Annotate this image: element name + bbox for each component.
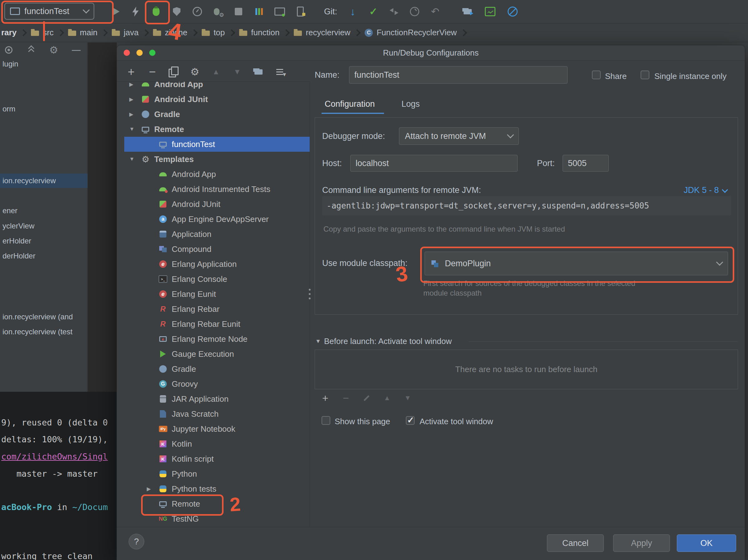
blocked-icon[interactable] bbox=[507, 6, 518, 17]
stats-icon[interactable] bbox=[485, 6, 496, 17]
tree-item[interactable]: Groovy bbox=[124, 376, 310, 392]
breadcrumb-item[interactable]: function bbox=[239, 28, 279, 38]
host-input[interactable] bbox=[350, 155, 518, 172]
tab-configuration[interactable]: Configuration bbox=[325, 99, 375, 109]
expand-arrow-icon[interactable] bbox=[129, 82, 136, 88]
args-field[interactable]: -agentlib:jdwp=transport=dt_socket,serve… bbox=[322, 196, 731, 215]
expand-arrow-icon[interactable] bbox=[129, 156, 136, 162]
screenshot-icon[interactable] bbox=[274, 6, 285, 17]
breadcrumb-item[interactable]: src bbox=[31, 28, 54, 38]
copy-configuration-button[interactable] bbox=[167, 66, 180, 78]
single-instance-checkbox[interactable] bbox=[640, 71, 649, 79]
breadcrumb-item[interactable]: top bbox=[202, 28, 225, 38]
rollback-icon[interactable] bbox=[429, 6, 441, 17]
tree-item[interactable]: Application bbox=[124, 227, 310, 241]
tree-item[interactable]: Gauge Execution bbox=[124, 347, 310, 361]
tree-item[interactable]: Gradle bbox=[124, 361, 310, 376]
tree-item[interactable]: Kotlin bbox=[124, 436, 310, 451]
tree-item[interactable]: Java Scratch bbox=[124, 406, 310, 421]
tree-item[interactable]: Android JUnit bbox=[124, 197, 310, 212]
dialog-titlebar[interactable]: Run/Debug Configurations bbox=[117, 45, 745, 61]
show-this-page-checkbox[interactable] bbox=[322, 416, 330, 425]
profiler-icon[interactable] bbox=[192, 6, 203, 17]
tree-item[interactable]: Android App bbox=[124, 82, 310, 92]
tab-logs[interactable]: Logs bbox=[401, 99, 420, 109]
tree-item[interactable]: Erlang Eunit bbox=[124, 286, 310, 302]
zoom-button[interactable] bbox=[149, 50, 156, 56]
project-item[interactable]: ener bbox=[2, 204, 18, 218]
move-down-button[interactable] bbox=[231, 66, 243, 78]
jdk-version-selector[interactable]: JDK 5 - 8 bbox=[684, 185, 727, 195]
tree-item[interactable]: Gradle bbox=[124, 107, 310, 122]
merge-icon[interactable] bbox=[388, 6, 400, 17]
stop-icon[interactable] bbox=[233, 6, 244, 17]
device-manager-icon[interactable] bbox=[295, 6, 306, 17]
project-item[interactable]: yclerView bbox=[2, 219, 34, 233]
tree-item[interactable]: Remote bbox=[124, 496, 310, 511]
tree-item[interactable]: Erlang Application bbox=[124, 257, 310, 272]
create-folder-button[interactable] bbox=[252, 66, 265, 78]
task-down-button[interactable] bbox=[402, 392, 413, 404]
tree-item[interactable]: Kotlin script bbox=[124, 451, 310, 466]
ok-button[interactable]: OK bbox=[677, 534, 736, 552]
tree-item[interactable]: Remote bbox=[124, 122, 310, 137]
tree-item[interactable]: JAR Application bbox=[124, 392, 310, 406]
tree-item[interactable]: Erlang Remote Node bbox=[124, 331, 310, 347]
panel-splitter[interactable] bbox=[310, 82, 310, 527]
remove-configuration-button[interactable] bbox=[146, 66, 159, 78]
tree-item[interactable]: Erlang Rebar bbox=[124, 302, 310, 317]
breadcrumb-item[interactable]: recyclerview bbox=[294, 28, 350, 38]
run-play-icon[interactable] bbox=[109, 6, 120, 17]
breadcrumb-item[interactable]: ziliche bbox=[153, 28, 187, 38]
project-item[interactable]: derHolder bbox=[2, 249, 35, 263]
tree-item[interactable]: Compound bbox=[124, 241, 310, 257]
add-configuration-button[interactable] bbox=[125, 66, 137, 78]
expand-arrow-icon[interactable] bbox=[147, 486, 154, 492]
breadcrumb-item[interactable]: rary bbox=[1, 28, 17, 38]
tree-item[interactable]: Android JUnit bbox=[124, 92, 310, 107]
expand-arrow-icon[interactable] bbox=[129, 111, 136, 118]
edit-task-button[interactable] bbox=[361, 392, 372, 404]
attach-debugger-icon[interactable] bbox=[212, 6, 224, 17]
update-project-icon[interactable] bbox=[347, 6, 358, 17]
commit-icon[interactable] bbox=[368, 6, 379, 17]
project-item[interactable]: ion.recyclerview (and bbox=[2, 310, 73, 324]
tree-item[interactable]: Erlang Console bbox=[124, 272, 310, 286]
close-button[interactable] bbox=[124, 50, 130, 56]
tree-item[interactable]: Jupyter Notebook bbox=[124, 421, 310, 436]
move-to-icon[interactable] bbox=[462, 6, 473, 17]
move-up-button[interactable] bbox=[210, 66, 222, 78]
tree-item[interactable]: Python tests bbox=[124, 481, 310, 496]
project-item[interactable]: ion.recyclerview (test bbox=[2, 325, 72, 339]
tree-item[interactable]: App Engine DevAppServer bbox=[124, 212, 310, 227]
project-item[interactable]: orm bbox=[2, 102, 15, 116]
lightning-icon[interactable] bbox=[130, 6, 141, 17]
classpath-select[interactable]: DemoPlugin bbox=[425, 252, 728, 275]
hide-panel-icon[interactable] bbox=[71, 45, 81, 55]
tree-item[interactable]: Python bbox=[124, 466, 310, 481]
chart-icon[interactable] bbox=[254, 6, 265, 17]
add-task-button[interactable] bbox=[320, 392, 331, 404]
task-up-button[interactable] bbox=[381, 392, 393, 404]
cancel-button[interactable]: Cancel bbox=[547, 534, 604, 552]
project-item[interactable]: erHolder bbox=[2, 234, 31, 248]
sort-configurations-button[interactable] bbox=[274, 66, 286, 78]
debugger-mode-select[interactable]: Attach to remote JVM bbox=[399, 127, 519, 145]
help-button[interactable]: ? bbox=[128, 534, 144, 550]
tree-item[interactable]: functionTest bbox=[124, 137, 310, 152]
project-item[interactable]: ion.recyclerview bbox=[0, 173, 87, 188]
splitter-handle-icon[interactable] bbox=[307, 289, 312, 304]
tree-item[interactable]: Android Instrumented Tests bbox=[124, 182, 310, 197]
remove-task-button[interactable] bbox=[340, 392, 352, 404]
coverage-icon[interactable] bbox=[171, 6, 182, 17]
tree-item[interactable]: Erlang Rebar Eunit bbox=[124, 317, 310, 331]
expand-arrow-icon[interactable] bbox=[129, 126, 136, 132]
tree-item[interactable]: TestNG bbox=[124, 511, 310, 526]
settings-icon[interactable] bbox=[49, 45, 59, 55]
apply-button[interactable]: Apply bbox=[613, 534, 670, 552]
debug-icon[interactable] bbox=[150, 6, 162, 17]
project-item[interactable]: lugin bbox=[2, 57, 18, 71]
tree-item[interactable]: Templates bbox=[124, 152, 310, 167]
tree-item[interactable]: Android App bbox=[124, 167, 310, 182]
scroll-to-source-icon[interactable] bbox=[4, 45, 14, 55]
